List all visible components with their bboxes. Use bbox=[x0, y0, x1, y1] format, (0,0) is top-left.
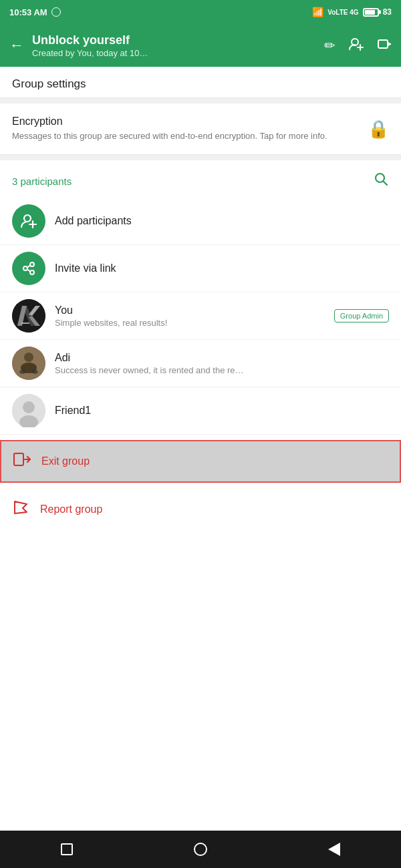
edit-icon[interactable]: ✏ bbox=[324, 37, 336, 53]
member-you-text: You Simple websites, real results! bbox=[55, 304, 325, 328]
svg-point-25 bbox=[19, 370, 26, 374]
participants-count: 3 participants bbox=[12, 176, 72, 187]
svg-point-23 bbox=[24, 353, 33, 362]
app-bar-actions: ✏ bbox=[324, 37, 392, 54]
bottom-nav bbox=[0, 831, 401, 868]
encryption-text: Encryption Messages to this group are se… bbox=[12, 116, 360, 142]
svg-point-8 bbox=[24, 215, 31, 222]
group-settings-header: Group settings bbox=[0, 67, 401, 98]
svg-point-12 bbox=[30, 262, 34, 266]
svg-rect-3 bbox=[378, 40, 388, 48]
battery-level: 83 bbox=[383, 7, 392, 17]
group-name: Unblock yourself bbox=[32, 33, 316, 47]
exit-group-item[interactable]: Exit group bbox=[0, 440, 401, 483]
status-bar-right: 📶 VoLTE 4G 83 bbox=[312, 7, 392, 17]
recording-icon bbox=[51, 7, 61, 17]
exit-group-label: Exit group bbox=[41, 455, 90, 467]
divider-1 bbox=[0, 98, 401, 103]
member-you-status: Simple websites, real results! bbox=[55, 318, 325, 328]
divider-2 bbox=[0, 155, 401, 160]
add-participants-avatar bbox=[12, 204, 45, 238]
nav-triangle-icon bbox=[328, 843, 340, 856]
svg-line-14 bbox=[27, 266, 30, 268]
battery-icon bbox=[363, 8, 379, 17]
svg-line-7 bbox=[384, 182, 388, 186]
member-adi-text: Adi Success is never owned, it is rented… bbox=[55, 352, 389, 375]
member-you-avatar bbox=[12, 299, 45, 333]
encryption-section[interactable]: Encryption Messages to this group are se… bbox=[0, 103, 401, 155]
report-group-item[interactable]: Report group bbox=[0, 488, 401, 531]
add-person-icon[interactable] bbox=[349, 37, 364, 54]
encryption-title: Encryption bbox=[12, 116, 360, 128]
back-button[interactable]: ← bbox=[9, 37, 24, 54]
member-adi-item[interactable]: Adi Success is never owned, it is rented… bbox=[0, 340, 401, 387]
member-friend1-name: Friend1 bbox=[55, 405, 389, 417]
nav-circle-icon bbox=[194, 843, 207, 856]
member-friend1-text: Friend1 bbox=[55, 405, 389, 417]
search-participants-button[interactable] bbox=[373, 171, 389, 191]
invite-link-label: Invite via link bbox=[55, 262, 389, 274]
svg-line-15 bbox=[27, 270, 30, 272]
report-icon bbox=[12, 499, 29, 520]
member-you-name: You bbox=[55, 304, 325, 316]
nav-square-button[interactable] bbox=[61, 843, 73, 855]
add-participants-text: Add participants bbox=[55, 215, 389, 227]
app-bar: ← Unblock yourself Created by You, today… bbox=[0, 24, 401, 67]
nav-back-button[interactable] bbox=[328, 843, 340, 856]
svg-point-26 bbox=[31, 370, 38, 374]
lock-icon: 🔒 bbox=[368, 119, 389, 140]
wifi-icon: 📶 bbox=[312, 7, 323, 17]
member-adi-avatar bbox=[12, 347, 45, 380]
app-bar-info: Unblock yourself Created by You, today a… bbox=[32, 33, 316, 58]
group-subtitle: Created by You, today at 10… bbox=[32, 48, 316, 58]
invite-link-avatar bbox=[12, 252, 45, 285]
member-you-item[interactable]: You Simple websites, real results! Group… bbox=[0, 292, 401, 340]
nav-square-icon bbox=[61, 843, 73, 855]
encryption-desc: Messages to this group are secured with … bbox=[12, 130, 360, 142]
participants-header: 3 participants bbox=[0, 160, 401, 198]
invite-via-link-item[interactable]: Invite via link bbox=[0, 245, 401, 292]
tag-icon[interactable] bbox=[377, 37, 392, 54]
svg-point-11 bbox=[23, 266, 27, 270]
exit-icon bbox=[13, 451, 31, 471]
member-adi-name: Adi bbox=[55, 352, 389, 364]
svg-rect-30 bbox=[14, 453, 23, 465]
member-friend1-item[interactable]: Friend1 bbox=[0, 387, 401, 435]
member-adi-status: Success is never owned, it is rented and… bbox=[55, 365, 389, 375]
member-friend1-avatar bbox=[12, 394, 45, 427]
add-participants-label: Add participants bbox=[55, 215, 389, 227]
status-time: 10:53 AM bbox=[9, 7, 47, 17]
status-bar-left: 10:53 AM bbox=[9, 7, 61, 17]
status-bar: 10:53 AM 📶 VoLTE 4G 83 bbox=[0, 0, 401, 24]
signal-icon: VoLTE 4G bbox=[327, 9, 358, 16]
group-admin-badge: Group Admin bbox=[334, 309, 389, 322]
report-group-label: Report group bbox=[40, 503, 102, 515]
svg-point-13 bbox=[30, 270, 34, 274]
invite-link-text: Invite via link bbox=[55, 262, 389, 274]
nav-home-button[interactable] bbox=[194, 843, 207, 856]
add-participants-item[interactable]: Add participants bbox=[0, 198, 401, 245]
main-content: Group settings Encryption Messages to th… bbox=[0, 67, 401, 831]
svg-point-28 bbox=[23, 401, 35, 413]
